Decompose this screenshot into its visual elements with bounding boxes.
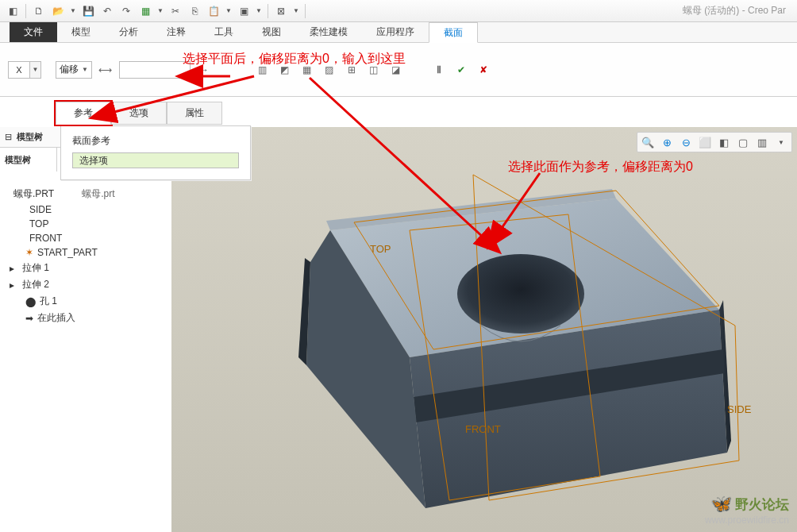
app-icon[interactable]: ◧ (5, 3, 21, 19)
annotation-select-face: 选择此面作为参考，偏移距离为0 (508, 159, 693, 175)
offset-mode-label: 偏移 (60, 63, 79, 76)
svg-text:TOP: TOP (370, 243, 391, 255)
reference-value: 选择项 (79, 154, 108, 168)
paste-icon[interactable]: 📋 (206, 3, 221, 19)
expand-icon[interactable]: ▸ (10, 263, 14, 274)
tree-node-hole[interactable]: ⬤孔 1 (3, 293, 167, 310)
cancel-icon[interactable]: ✘ (475, 61, 492, 79)
tab-annotate[interactable]: 注释 (152, 22, 200, 42)
reference-panel: 截面参考 选择项 (60, 125, 251, 180)
dd-icon[interactable]: ▼ (292, 3, 300, 19)
ok-icon[interactable]: ✔ (452, 61, 470, 79)
dd-icon[interactable]: ▼ (156, 3, 164, 19)
tab-flex[interactable]: 柔性建模 (295, 22, 362, 42)
tree-title-2-wrap: 模型树 (0, 148, 57, 172)
tree-icon[interactable]: ⊟ (5, 132, 12, 142)
dd-icon[interactable]: ▼ (255, 3, 263, 19)
csys-icon: ✶ (25, 247, 33, 258)
window-title: 螺母 (活动的) - Creo Par (683, 4, 792, 17)
pause-icon[interactable]: Ⅱ (430, 61, 448, 79)
tab-analysis[interactable]: 分析 (105, 22, 152, 42)
section-type-display[interactable]: X (8, 61, 30, 79)
offset-mode-combo[interactable]: 偏移 ▼ (56, 61, 92, 79)
tree-node-side[interactable]: SIDE (3, 202, 167, 217)
reference-label: 截面参考 (72, 134, 239, 148)
svg-text:SIDE: SIDE (727, 403, 752, 415)
tab-view[interactable]: 视图 (248, 22, 295, 42)
model-tree: 螺母.PRT 螺母.prt SIDE TOP FRONT ✶START_PART… (0, 181, 171, 331)
windows-icon[interactable]: ▣ (236, 3, 252, 19)
tab-section[interactable]: 截面 (429, 22, 478, 43)
tree-node-part[interactable]: 螺母.PRT 螺母.prt (3, 186, 167, 202)
insert-icon: ➡ (25, 313, 33, 324)
graphics-canvas[interactable]: 🔍 ⊕ ⊖ ⬜ ◧ ▢ ▥ ▼ (171, 127, 797, 532)
tab-model[interactable]: 模型 (57, 22, 105, 42)
dd-icon[interactable]: ▼ (225, 3, 233, 19)
tab-file[interactable]: 文件 (10, 22, 57, 42)
butterfly-icon: 🦋 (710, 494, 732, 515)
dashboard-tab-properties[interactable]: 属性 (167, 102, 222, 125)
tree-title-2: 模型树 (5, 154, 31, 166)
expand-icon[interactable]: ▸ (10, 279, 14, 291)
tree-node-top[interactable]: TOP (3, 217, 167, 231)
copy-icon[interactable]: ⎘ (187, 3, 202, 19)
annotation-offset-input: 选择平面后，偏移距离为0，输入到这里 (183, 51, 406, 67)
tab-tools[interactable]: 工具 (200, 22, 248, 42)
svg-point-7 (457, 254, 584, 333)
dashboard-tabs: 参考 选项 属性 (56, 102, 222, 125)
hole-icon: ⬤ (25, 296, 36, 307)
new-icon[interactable]: 🗋 (31, 3, 47, 19)
regen-icon[interactable]: ▦ (137, 3, 153, 19)
open-icon[interactable]: 📂 (50, 3, 66, 19)
svg-text:FRONT: FRONT (465, 423, 501, 435)
dd-icon[interactable]: ▼ (69, 3, 77, 19)
tree-node-front[interactable]: FRONT (3, 231, 167, 245)
reference-field[interactable]: 选择项 (72, 152, 239, 168)
tree-node-insert[interactable]: ➡在此插入 (3, 310, 167, 326)
tree-node-extrude1[interactable]: ▸拉伸 1 (3, 260, 167, 276)
tree-filename: 螺母.prt (82, 187, 114, 201)
section-type-dd[interactable]: ▼ (30, 61, 41, 79)
tree-node-csys[interactable]: ✶START_PART (3, 245, 167, 260)
offset-value-input[interactable] (119, 61, 191, 79)
tab-apps[interactable]: 应用程序 (362, 22, 429, 42)
undo-icon[interactable]: ↶ (99, 3, 115, 19)
dashboard-tab-options[interactable]: 选项 (111, 102, 167, 125)
tree-title-1: 模型树 (17, 131, 43, 143)
cut-icon[interactable]: ✂ (167, 3, 183, 19)
close-win-icon[interactable]: ⊠ (273, 3, 289, 19)
quick-access-toolbar: ◧ 🗋 📂 ▼ 💾 ↶ ↷ ▦ ▼ ✂ ⎘ 📋 ▼ ▣ ▼ ⊠ ▼ 螺母 (活动… (0, 0, 797, 22)
watermark: 🦋野火论坛 www.proewildfire.cn (705, 494, 789, 526)
ribbon-content: X ▼ 偏移 ▼ ⟷ ↔ ▥ ◩ ▦ ▨ ⊞ ◫ ◪ Ⅱ ✔ ✘ 选择平面后，偏… (0, 43, 797, 97)
redo-icon[interactable]: ↷ (118, 3, 134, 19)
save-icon[interactable]: 💾 (80, 3, 96, 19)
dashboard-tab-reference[interactable]: 参考 (56, 102, 111, 125)
ribbon-tabs: 文件 模型 分析 注释 工具 视图 柔性建模 应用程序 截面 (0, 22, 797, 43)
dim-icon[interactable]: ⟷ (97, 61, 114, 79)
tree-node-extrude2[interactable]: ▸拉伸 2 (3, 276, 167, 293)
